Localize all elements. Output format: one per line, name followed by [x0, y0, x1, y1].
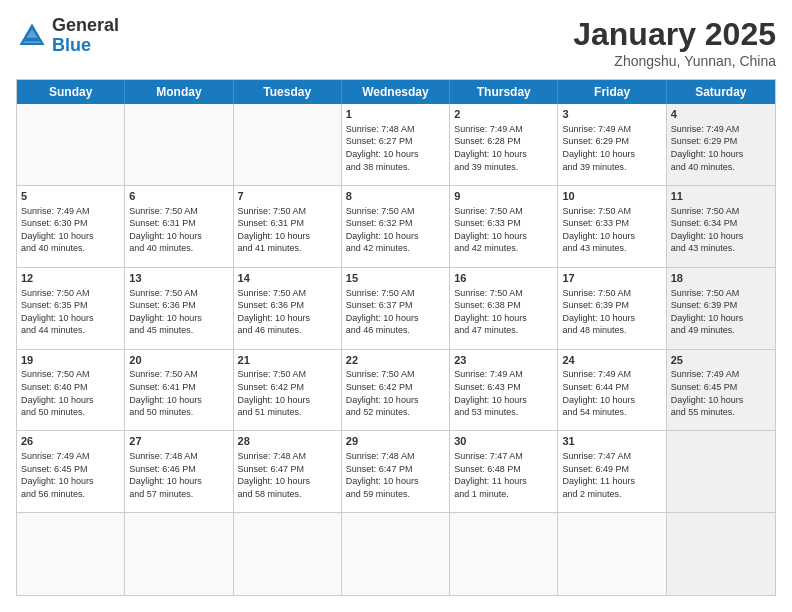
day-info: Sunrise: 7:48 AM Sunset: 6:27 PM Dayligh… — [346, 123, 445, 173]
day-info: Sunrise: 7:47 AM Sunset: 6:49 PM Dayligh… — [562, 450, 661, 500]
header-day-monday: Monday — [125, 80, 233, 104]
cal-cell: 25Sunrise: 7:49 AM Sunset: 6:45 PM Dayli… — [667, 350, 775, 431]
day-info: Sunrise: 7:50 AM Sunset: 6:33 PM Dayligh… — [562, 205, 661, 255]
day-number: 14 — [238, 271, 337, 286]
day-info: Sunrise: 7:49 AM Sunset: 6:43 PM Dayligh… — [454, 368, 553, 418]
cal-cell: 16Sunrise: 7:50 AM Sunset: 6:38 PM Dayli… — [450, 268, 558, 349]
day-number: 20 — [129, 353, 228, 368]
day-number: 25 — [671, 353, 771, 368]
day-number: 27 — [129, 434, 228, 449]
day-number: 19 — [21, 353, 120, 368]
day-number: 12 — [21, 271, 120, 286]
cal-cell: 27Sunrise: 7:48 AM Sunset: 6:46 PM Dayli… — [125, 431, 233, 512]
week-row-4: 26Sunrise: 7:49 AM Sunset: 6:45 PM Dayli… — [17, 431, 775, 513]
header-day-wednesday: Wednesday — [342, 80, 450, 104]
cal-cell — [667, 431, 775, 512]
cal-cell — [450, 513, 558, 595]
cal-cell: 31Sunrise: 7:47 AM Sunset: 6:49 PM Dayli… — [558, 431, 666, 512]
week-row-2: 12Sunrise: 7:50 AM Sunset: 6:35 PM Dayli… — [17, 268, 775, 350]
cal-cell: 19Sunrise: 7:50 AM Sunset: 6:40 PM Dayli… — [17, 350, 125, 431]
logo-general: General — [52, 16, 119, 36]
cal-cell: 30Sunrise: 7:47 AM Sunset: 6:48 PM Dayli… — [450, 431, 558, 512]
day-info: Sunrise: 7:49 AM Sunset: 6:28 PM Dayligh… — [454, 123, 553, 173]
day-info: Sunrise: 7:48 AM Sunset: 6:47 PM Dayligh… — [346, 450, 445, 500]
location: Zhongshu, Yunnan, China — [573, 53, 776, 69]
day-number: 7 — [238, 189, 337, 204]
day-info: Sunrise: 7:49 AM Sunset: 6:30 PM Dayligh… — [21, 205, 120, 255]
title-block: January 2025 Zhongshu, Yunnan, China — [573, 16, 776, 69]
day-number: 21 — [238, 353, 337, 368]
day-number: 23 — [454, 353, 553, 368]
week-row-5 — [17, 513, 775, 595]
cal-cell: 5Sunrise: 7:49 AM Sunset: 6:30 PM Daylig… — [17, 186, 125, 267]
page: General Blue January 2025 Zhongshu, Yunn… — [0, 0, 792, 612]
cal-cell — [125, 104, 233, 185]
day-info: Sunrise: 7:50 AM Sunset: 6:41 PM Dayligh… — [129, 368, 228, 418]
day-number: 15 — [346, 271, 445, 286]
day-number: 31 — [562, 434, 661, 449]
cal-cell: 3Sunrise: 7:49 AM Sunset: 6:29 PM Daylig… — [558, 104, 666, 185]
day-info: Sunrise: 7:49 AM Sunset: 6:44 PM Dayligh… — [562, 368, 661, 418]
calendar-header: SundayMondayTuesdayWednesdayThursdayFrid… — [17, 80, 775, 104]
week-row-1: 5Sunrise: 7:49 AM Sunset: 6:30 PM Daylig… — [17, 186, 775, 268]
day-number: 13 — [129, 271, 228, 286]
cal-cell: 22Sunrise: 7:50 AM Sunset: 6:42 PM Dayli… — [342, 350, 450, 431]
day-info: Sunrise: 7:50 AM Sunset: 6:37 PM Dayligh… — [346, 287, 445, 337]
day-info: Sunrise: 7:50 AM Sunset: 6:35 PM Dayligh… — [21, 287, 120, 337]
cal-cell: 9Sunrise: 7:50 AM Sunset: 6:33 PM Daylig… — [450, 186, 558, 267]
cal-cell: 14Sunrise: 7:50 AM Sunset: 6:36 PM Dayli… — [234, 268, 342, 349]
day-number: 30 — [454, 434, 553, 449]
day-number: 2 — [454, 107, 553, 122]
cal-cell — [17, 513, 125, 595]
week-row-0: 1Sunrise: 7:48 AM Sunset: 6:27 PM Daylig… — [17, 104, 775, 186]
logo-icon — [16, 20, 48, 52]
header-day-sunday: Sunday — [17, 80, 125, 104]
cal-cell: 7Sunrise: 7:50 AM Sunset: 6:31 PM Daylig… — [234, 186, 342, 267]
day-info: Sunrise: 7:47 AM Sunset: 6:48 PM Dayligh… — [454, 450, 553, 500]
day-info: Sunrise: 7:50 AM Sunset: 6:31 PM Dayligh… — [238, 205, 337, 255]
cal-cell: 18Sunrise: 7:50 AM Sunset: 6:39 PM Dayli… — [667, 268, 775, 349]
day-info: Sunrise: 7:49 AM Sunset: 6:45 PM Dayligh… — [21, 450, 120, 500]
cal-cell — [342, 513, 450, 595]
day-info: Sunrise: 7:50 AM Sunset: 6:42 PM Dayligh… — [346, 368, 445, 418]
calendar: SundayMondayTuesdayWednesdayThursdayFrid… — [16, 79, 776, 596]
day-number: 5 — [21, 189, 120, 204]
day-info: Sunrise: 7:49 AM Sunset: 6:29 PM Dayligh… — [562, 123, 661, 173]
cal-cell — [667, 513, 775, 595]
day-number: 28 — [238, 434, 337, 449]
day-info: Sunrise: 7:48 AM Sunset: 6:46 PM Dayligh… — [129, 450, 228, 500]
logo-blue: Blue — [52, 36, 119, 56]
calendar-body: 1Sunrise: 7:48 AM Sunset: 6:27 PM Daylig… — [17, 104, 775, 595]
cal-cell: 10Sunrise: 7:50 AM Sunset: 6:33 PM Dayli… — [558, 186, 666, 267]
day-number: 29 — [346, 434, 445, 449]
svg-rect-2 — [25, 38, 39, 42]
cal-cell: 1Sunrise: 7:48 AM Sunset: 6:27 PM Daylig… — [342, 104, 450, 185]
cal-cell: 17Sunrise: 7:50 AM Sunset: 6:39 PM Dayli… — [558, 268, 666, 349]
day-info: Sunrise: 7:50 AM Sunset: 6:39 PM Dayligh… — [671, 287, 771, 337]
day-info: Sunrise: 7:49 AM Sunset: 6:29 PM Dayligh… — [671, 123, 771, 173]
day-number: 18 — [671, 271, 771, 286]
day-info: Sunrise: 7:50 AM Sunset: 6:33 PM Dayligh… — [454, 205, 553, 255]
cal-cell — [125, 513, 233, 595]
day-info: Sunrise: 7:50 AM Sunset: 6:34 PM Dayligh… — [671, 205, 771, 255]
day-number: 10 — [562, 189, 661, 204]
day-info: Sunrise: 7:50 AM Sunset: 6:39 PM Dayligh… — [562, 287, 661, 337]
day-info: Sunrise: 7:48 AM Sunset: 6:47 PM Dayligh… — [238, 450, 337, 500]
day-number: 11 — [671, 189, 771, 204]
day-number: 8 — [346, 189, 445, 204]
day-info: Sunrise: 7:50 AM Sunset: 6:42 PM Dayligh… — [238, 368, 337, 418]
day-number: 26 — [21, 434, 120, 449]
day-number: 17 — [562, 271, 661, 286]
cal-cell: 15Sunrise: 7:50 AM Sunset: 6:37 PM Dayli… — [342, 268, 450, 349]
cal-cell — [234, 513, 342, 595]
day-number: 16 — [454, 271, 553, 286]
logo: General Blue — [16, 16, 119, 56]
day-number: 3 — [562, 107, 661, 122]
day-info: Sunrise: 7:50 AM Sunset: 6:40 PM Dayligh… — [21, 368, 120, 418]
cal-cell: 2Sunrise: 7:49 AM Sunset: 6:28 PM Daylig… — [450, 104, 558, 185]
cal-cell: 4Sunrise: 7:49 AM Sunset: 6:29 PM Daylig… — [667, 104, 775, 185]
cal-cell: 6Sunrise: 7:50 AM Sunset: 6:31 PM Daylig… — [125, 186, 233, 267]
month-title: January 2025 — [573, 16, 776, 53]
day-number: 6 — [129, 189, 228, 204]
header: General Blue January 2025 Zhongshu, Yunn… — [16, 16, 776, 69]
